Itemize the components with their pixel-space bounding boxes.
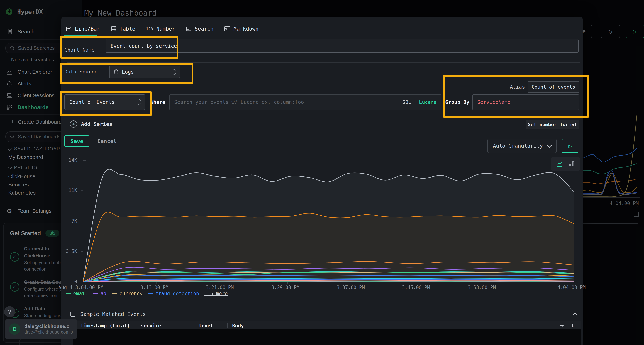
sample-events-header[interactable]: Sample Matched Events [70, 311, 146, 317]
document-lines-icon [186, 26, 192, 32]
legend-item-fraud-detection[interactable]: fraud-detection [148, 291, 199, 296]
database-icon [114, 69, 118, 74]
play-icon: ▷ [568, 142, 572, 149]
tab-table[interactable]: Table [111, 26, 135, 32]
line-chart-icon [66, 26, 72, 32]
x-tick-label: 3:29:00 PM [272, 285, 300, 290]
aggregation-select[interactable]: Count of Events [64, 94, 146, 110]
tab-markdown[interactable]: Markdown [224, 26, 258, 32]
column-level[interactable]: level [194, 323, 227, 328]
data-source-label: Data Source [64, 66, 98, 78]
y-tick-label: 14K [61, 157, 78, 163]
avatar: D [9, 323, 20, 335]
group-by-input[interactable]: ServiceName [472, 94, 579, 110]
user-chip[interactable]: D dale@clickhouse.c dale@clickhouse.com'… [5, 319, 78, 339]
table-icon [111, 26, 116, 32]
legend-item-email[interactable]: email [66, 291, 88, 296]
column-body[interactable]: Body [228, 323, 559, 328]
edit-chart-modal: Line/Bar Table 123 Number Search Markdow… [61, 17, 583, 345]
run-chart-button[interactable]: ▷ [562, 139, 578, 153]
list-icon [70, 311, 76, 317]
x-tick-label: 4:04:00 PM [558, 285, 586, 290]
save-button[interactable]: Save [64, 135, 90, 147]
chevron-down-icon [547, 143, 552, 148]
help-button[interactable]: ? [4, 306, 15, 317]
x-tick-label: 3:53:00 PM [468, 285, 496, 290]
x-tick-label: 3:37:00 PM [337, 285, 365, 290]
where-placeholder: Search your events w/ Lucene ex. column:… [174, 99, 402, 105]
y-tick-label: 0 [61, 279, 78, 284]
x-tick-label: 3:21:00 PM [206, 285, 234, 290]
legend-dash [66, 293, 71, 294]
sql-mode-toggle[interactable]: SQL [402, 99, 411, 105]
cancel-button[interactable]: Cancel [97, 135, 117, 147]
legend-dash [112, 293, 117, 294]
tab-number[interactable]: 123 Number [146, 26, 175, 32]
tab-line-bar[interactable]: Line/Bar [66, 26, 100, 32]
download-icon[interactable]: ↓ [571, 322, 574, 329]
group-by-label: Group By [445, 94, 470, 110]
legend-item-currency[interactable]: currency [112, 291, 142, 296]
number-123-icon: 123 [146, 27, 153, 31]
x-tick-label: 3:45:00 PM [402, 285, 430, 290]
where-input[interactable]: Search your events w/ Lucene ex. column:… [169, 94, 442, 110]
alias-input[interactable]: Count of events [528, 81, 579, 93]
select-chevrons-icon [173, 69, 175, 75]
x-axis-labels: Aug 4 3:04:00 PM3:13:00 PM3:21:00 PM3:29… [81, 285, 572, 291]
y-tick-label: 3.5K [61, 249, 78, 254]
tabs-underline-track [97, 35, 580, 36]
tab-search[interactable]: Search [186, 26, 214, 32]
y-axis-labels: 14K11K7K3.5K0 [61, 160, 78, 282]
legend-more-link[interactable]: +15 more [204, 291, 228, 296]
select-chevrons-icon [138, 99, 140, 105]
pipe-separator: | [414, 99, 416, 105]
alias-label: Alias [510, 81, 525, 93]
collapse-chevron-icon[interactable] [572, 313, 577, 317]
y-tick-label: 11K [61, 188, 78, 193]
chart-name-label: Chart Name [64, 43, 95, 57]
y-tick-label: 7K [61, 218, 78, 224]
markdown-icon [224, 26, 230, 31]
wrap-text-icon[interactable] [559, 323, 565, 328]
circle-plus-icon: + [70, 120, 77, 128]
main-chart [81, 160, 574, 284]
x-tick-label: Aug 4 3:04:00 PM [58, 285, 103, 290]
x-tick-label: 3:13:00 PM [140, 285, 168, 290]
chart-name-input[interactable]: Event count by service [106, 39, 578, 52]
user-email-sub: dale@clickhouse.com's [24, 329, 73, 335]
legend-item-ad[interactable]: ad [93, 291, 106, 296]
add-series-button[interactable]: + Add Series [70, 120, 112, 128]
where-label: Where [150, 94, 165, 110]
set-number-format-button[interactable]: Set number format [526, 120, 579, 129]
lucene-mode-toggle[interactable]: Lucene [419, 99, 436, 105]
column-timestamp[interactable]: Timestamp (Local) [70, 323, 136, 328]
chart-legend: email ad currency fraud-detection +15 mo… [66, 291, 228, 296]
granularity-select[interactable]: Auto Granularity [488, 139, 556, 153]
active-tab-underline [64, 35, 97, 36]
column-service[interactable]: service [136, 323, 194, 328]
screen: My New Dashboard Save ↻ ▷ 4:04:00 PM Hyp… [0, 0, 644, 345]
events-table-body [73, 329, 582, 345]
data-source-select[interactable]: Logs [109, 66, 180, 78]
legend-dash [148, 293, 153, 294]
legend-dash [93, 293, 98, 294]
user-email: dale@clickhouse.c [24, 324, 73, 329]
